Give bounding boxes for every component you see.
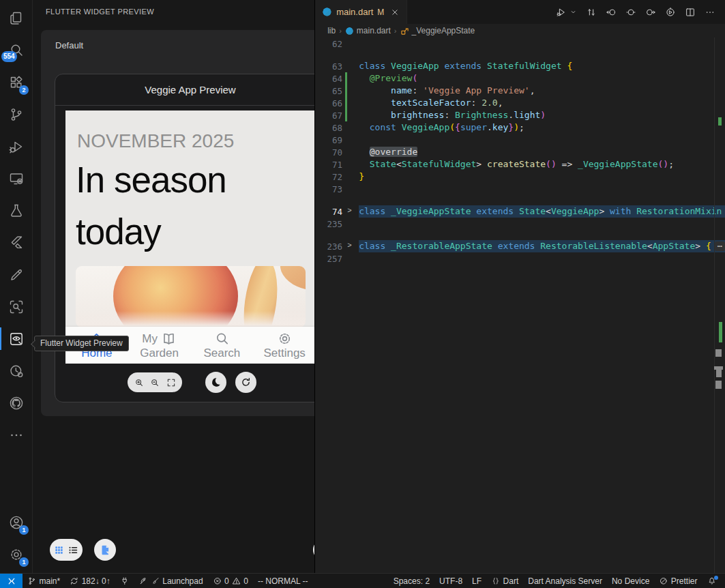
git-change-indicator (345, 97, 347, 109)
code-line: 66 textScaleFactor: 2.0, (315, 97, 725, 109)
activity-bar-item-explorer[interactable] (0, 2, 32, 34)
activity-bar-item-extensions[interactable]: 2 (0, 66, 32, 98)
breadcrumb-item-lib[interactable]: lib (327, 26, 336, 35)
git-change-indicator (345, 72, 347, 85)
app-preview-screen[interactable]: NOVEMBER 2025 In season today HomeMyGard… (65, 111, 316, 364)
status-label: 182↓ 0↑ (82, 576, 110, 586)
nav-item-settings[interactable]: Settings (253, 327, 316, 364)
code-text: name: 'Veggie App Preview', (359, 85, 725, 97)
tab-main-dart[interactable]: main.dart M (315, 0, 407, 24)
gutter (342, 171, 359, 183)
activity-bar-item-run-debug[interactable] (0, 130, 32, 162)
activity-bar-item-settings[interactable]: 1 (0, 538, 32, 570)
fold-chevron-icon[interactable]: > (347, 241, 351, 249)
app-eyebrow-text: NOVEMBER 2025 (77, 130, 234, 152)
activity-bar-item-search[interactable]: 554 (0, 34, 32, 66)
code-text: const VeggieApp({super.key}); (359, 121, 725, 134)
git-change-indicator (345, 109, 347, 121)
breadcrumb-item-main-dart[interactable]: main.dart (345, 26, 391, 35)
badge: 2 (19, 85, 29, 95)
breadcrumb-separator: › (394, 27, 397, 35)
close-tab-icon[interactable] (390, 8, 400, 17)
open-file-button[interactable] (94, 539, 116, 561)
code-line: 68 const VeggieApp({super.key}); (315, 121, 725, 134)
code-text: @override (359, 146, 725, 158)
status-item-eol[interactable]: LF (467, 574, 486, 588)
remote-icon (7, 576, 16, 586)
status-item-launchpad[interactable]: Launchpad (134, 574, 207, 588)
preview-group-header[interactable]: Default (41, 30, 341, 51)
status-bar: main*182↓ 0↑Launchpad00-- NORMAL -- Spac… (0, 573, 725, 588)
run-debug-button[interactable] (556, 7, 567, 18)
refresh-icon (240, 377, 252, 388)
status-item-encoding[interactable]: UTF-8 (434, 574, 467, 588)
activity-bar-item-flutter[interactable] (0, 226, 32, 259)
code-line: 63class VeggieApp extends StatefulWidget… (315, 60, 725, 72)
gutter (342, 134, 359, 146)
activity-bar-item-widget-preview[interactable] (0, 323, 32, 355)
preview-group-default: Default Veggie App Preview NOVEMBER 2025… (41, 30, 341, 416)
activity-bar-item-accounts[interactable]: 1 (0, 506, 32, 538)
zoom-controls (128, 372, 182, 392)
gutter: > (342, 205, 359, 218)
preview-group-label: Default (55, 40, 83, 50)
grid-view-button[interactable] (54, 545, 64, 555)
overview-ruler[interactable] (714, 0, 725, 573)
nav-item-search[interactable]: Search (191, 327, 254, 364)
code-text (359, 218, 725, 230)
code-text (359, 134, 725, 146)
status-item-analysis-server[interactable]: Dart Analysis Server (523, 574, 607, 588)
list-view-button[interactable] (68, 545, 78, 555)
activity-bar-item-remote-explorer[interactable] (0, 162, 32, 194)
activity-bar-item-source-control[interactable] (0, 98, 32, 130)
breadcrumb-label: main.dart (357, 26, 391, 35)
status-item-device[interactable]: No Device (607, 574, 654, 588)
code-editor[interactable]: 6263class VeggieApp extends StatefulWidg… (315, 38, 725, 573)
zoom-in-button[interactable] (134, 378, 144, 387)
git-update-button[interactable] (586, 7, 597, 18)
theme-toggle-button[interactable] (205, 372, 226, 393)
status-item-prettier[interactable]: Prettier (654, 574, 702, 588)
fold-chevron-icon[interactable]: > (347, 206, 351, 214)
line-number: 66 (315, 98, 342, 108)
code-text: class VeggieApp extends StatefulWidget { (359, 60, 725, 72)
activity-bar-item-more[interactable] (0, 419, 32, 451)
activity-bar-item-devtools[interactable] (0, 355, 32, 387)
nav-forward-button[interactable] (645, 7, 656, 18)
split-editor-button[interactable] (685, 7, 696, 18)
status-item-problems[interactable]: 00 (208, 574, 253, 588)
run-dropdown-button[interactable] (569, 8, 577, 16)
status-item-ports[interactable] (115, 574, 134, 588)
explorer-icon (8, 10, 25, 27)
run-profile-button[interactable] (665, 7, 676, 18)
code-text: class _RestorableAppState extends Restor… (359, 240, 725, 252)
refresh-preview-button[interactable] (235, 372, 256, 393)
status-item-sync[interactable]: 182↓ 0↑ (65, 574, 115, 588)
status-item-notifications[interactable] (702, 574, 722, 588)
status-item-branch[interactable]: main* (23, 574, 65, 588)
activity-bar-item-search-editor[interactable] (0, 291, 32, 323)
status-item-language[interactable]: Dart (486, 574, 523, 588)
photo-fade (76, 311, 306, 327)
nav-item-my-garden[interactable]: MyGarden (128, 327, 191, 364)
app-headline-line2: today (76, 206, 226, 258)
status-item-vim-mode[interactable]: -- NORMAL -- (253, 574, 313, 588)
editor-actions (556, 0, 725, 24)
activity-bar-item-github[interactable] (0, 387, 32, 419)
record-button[interactable] (625, 7, 636, 18)
activity-bar-item-edit[interactable] (0, 259, 32, 291)
code-text (359, 183, 725, 195)
breadcrumb-item--veggieappstate[interactable]: _VeggieAppState (400, 26, 475, 35)
sync-icon (70, 576, 79, 586)
git-branch-icon (27, 576, 37, 586)
widget-preview-title: Veggie App Preview (55, 74, 325, 106)
tab-label: main.dart (336, 7, 373, 17)
status-item-indentation[interactable]: Spaces: 2 (389, 574, 434, 588)
activity-bar-item-testing[interactable] (0, 194, 32, 226)
nav-back-button[interactable] (606, 7, 617, 18)
fullscreen-button[interactable] (166, 378, 176, 387)
status-item-remote[interactable] (0, 574, 23, 588)
code-line: 65 name: 'Veggie App Preview', (315, 85, 725, 97)
line-number: 69 (315, 135, 342, 145)
zoom-out-button[interactable] (150, 378, 160, 387)
